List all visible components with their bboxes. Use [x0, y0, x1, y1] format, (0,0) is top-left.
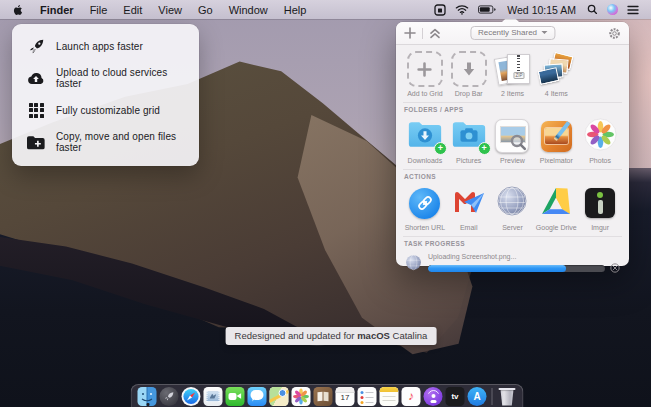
- dock-divider: [492, 388, 493, 405]
- action-label: Server: [502, 224, 523, 231]
- dock: 17 ♪ tv A: [131, 384, 524, 407]
- tv-glyph: tv: [446, 387, 465, 406]
- zip-stack-icon: ZIP: [494, 51, 530, 87]
- action-label: Imgur: [591, 224, 609, 231]
- siri-icon[interactable]: [607, 4, 618, 15]
- folders-row: + Downloads + Pictures: [396, 115, 629, 164]
- dock-icon-music[interactable]: ♪: [402, 387, 421, 406]
- dock-icon-safari[interactable]: [182, 387, 201, 406]
- gear-icon: [608, 27, 621, 40]
- wifi-icon[interactable]: [455, 4, 469, 15]
- toolbar-divider: [422, 28, 423, 39]
- battery-icon[interactable]: [478, 5, 496, 14]
- dock-icon-calendar[interactable]: 17: [336, 387, 355, 406]
- pixelmator-app-icon: [541, 121, 572, 152]
- apple-menu[interactable]: [12, 2, 25, 17]
- dock-icon-photos[interactable]: [292, 387, 311, 406]
- grid-item-drop-bar[interactable]: Drop Bar: [447, 50, 491, 97]
- folder-item-pictures[interactable]: + Pictures: [447, 117, 491, 164]
- grid-item-label: 4 Items: [545, 90, 568, 97]
- dock-icon-tv[interactable]: tv: [446, 387, 465, 406]
- action-item-server[interactable]: Server: [491, 184, 535, 231]
- action-item-email[interactable]: Email: [447, 184, 491, 231]
- folder-label: Downloads: [408, 157, 443, 164]
- dock-icon-trash[interactable]: [498, 387, 517, 406]
- feature-label: Fully customizable grid: [56, 105, 160, 116]
- cancel-task-button[interactable]: [610, 263, 620, 273]
- menu-finder[interactable]: Finder: [40, 4, 74, 16]
- menu-view[interactable]: View: [158, 4, 182, 16]
- dock-icon-maps[interactable]: [270, 387, 289, 406]
- task-progress-bar: [428, 265, 605, 272]
- app-store-glyph: A: [468, 387, 487, 406]
- add-button[interactable]: [404, 27, 416, 39]
- collapse-button[interactable]: [429, 28, 441, 39]
- dock-icon-app-store[interactable]: A: [468, 387, 487, 406]
- feature-launch: Launch apps faster: [12, 31, 199, 61]
- globe-icon: [405, 254, 422, 275]
- zip-badge: ZIP: [513, 72, 524, 79]
- task-row: Uploading Screenshot.png...: [396, 249, 629, 275]
- dock-icon-finder[interactable]: [138, 387, 157, 406]
- dock-icon-messages[interactable]: [248, 387, 267, 406]
- spotlight-icon[interactable]: [587, 4, 598, 15]
- action-item-shorten-url[interactable]: Shorten URL: [403, 184, 447, 231]
- folder-item-downloads[interactable]: + Downloads: [403, 117, 447, 164]
- notification-center-icon[interactable]: [627, 5, 639, 15]
- app-item-pixelmator[interactable]: Pixelmator: [534, 117, 578, 164]
- app-item-preview[interactable]: Preview: [491, 117, 535, 164]
- grid-item-label: 2 Items: [501, 90, 524, 97]
- menu-bar: Finder File Edit View Go Window Help Wed…: [0, 0, 651, 19]
- google-drive-icon: [540, 187, 572, 219]
- dock-icon-notes[interactable]: [380, 387, 399, 406]
- cancel-icon: [610, 263, 620, 273]
- dropzone-menubar-icon[interactable]: [434, 4, 446, 16]
- menu-window[interactable]: Window: [229, 4, 268, 16]
- action-label: Email: [460, 224, 478, 231]
- section-header-task-progress: TASK PROGRESS: [403, 236, 622, 249]
- menubar-clock[interactable]: Wed 10:15 AM: [507, 4, 576, 16]
- menu-go[interactable]: Go: [198, 4, 213, 16]
- photo-stack-icon: [537, 52, 575, 86]
- dock-icon-books[interactable]: [314, 387, 333, 406]
- action-item-imgur[interactable]: Imgur: [578, 184, 622, 231]
- dock-icon-reminders[interactable]: [358, 387, 377, 406]
- preview-app-icon: [495, 119, 529, 153]
- dock-icon-launchpad[interactable]: [160, 387, 179, 406]
- calendar-day: 17: [336, 390, 355, 406]
- dropzone-panel: Recently Shared Add to Grid Drop Bar: [396, 22, 629, 266]
- menu-help[interactable]: Help: [284, 4, 307, 16]
- app-label: Photos: [589, 157, 611, 164]
- section-header-folders: FOLDERS / APPS: [403, 102, 622, 115]
- menu-file[interactable]: File: [90, 4, 108, 16]
- app-item-photos[interactable]: Photos: [578, 117, 622, 164]
- app-label: Pixelmator: [540, 157, 573, 164]
- dropdown-label: Recently Shared: [478, 28, 537, 37]
- dock-icon-mail[interactable]: [204, 387, 223, 406]
- grid-icon: [27, 101, 45, 119]
- feature-copy: Copy, move and open files faster: [12, 125, 199, 159]
- rocket-icon: [27, 37, 45, 55]
- caption-highlight: macOS: [357, 330, 390, 341]
- menu-edit[interactable]: Edit: [123, 4, 142, 16]
- action-item-google-drive[interactable]: Google Drive: [534, 184, 578, 231]
- grid-item-2-items[interactable]: ZIP 2 Items: [491, 50, 535, 97]
- photos-app-icon: [584, 118, 617, 155]
- email-icon: [452, 186, 486, 220]
- dock-icon-podcasts[interactable]: [424, 387, 443, 406]
- caret-down-icon: [541, 31, 547, 34]
- add-to-grid-icon: [407, 51, 443, 87]
- task-label: Uploading Screenshot.png...: [428, 253, 620, 260]
- desktop: Finder File Edit View Go Window Help Wed…: [0, 0, 651, 407]
- settings-button[interactable]: [608, 27, 621, 40]
- action-label: Shorten URL: [405, 224, 445, 231]
- grid-item-4-items[interactable]: 4 Items: [534, 50, 578, 97]
- dock-icon-facetime[interactable]: [226, 387, 245, 406]
- recently-shared-dropdown[interactable]: Recently Shared: [470, 26, 555, 40]
- grid-row: Add to Grid Drop Bar ZIP 2 Items: [396, 45, 629, 97]
- grid-item-add-to-grid[interactable]: Add to Grid: [403, 50, 447, 97]
- cloud-upload-icon: [27, 69, 45, 87]
- drop-bar-icon: [451, 51, 487, 87]
- music-note-glyph: ♪: [402, 387, 421, 406]
- task-progress-fill: [428, 265, 566, 272]
